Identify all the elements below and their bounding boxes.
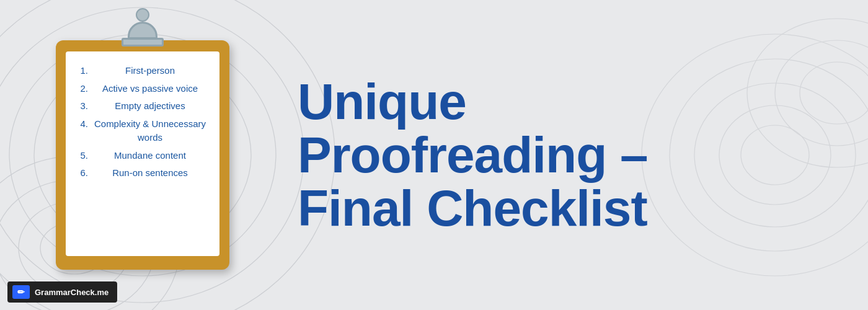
item-number: 4. (76, 117, 88, 131)
list-item: 1. First-person (76, 64, 210, 78)
title-line3: Final Checklist (298, 180, 647, 236)
clip-arch (128, 22, 157, 39)
checklist: 1. First-person 2. Active vs passive voi… (76, 64, 210, 180)
list-item: 4. Complexity & Unnecessary words (76, 117, 210, 145)
list-item: 2. Active vs passive voice (76, 82, 210, 96)
clipboard-clip (124, 22, 161, 46)
item-number: 6. (76, 166, 88, 180)
brand-icon: ✏ (12, 285, 30, 299)
brand-name: GrammarCheck.me (35, 288, 108, 297)
list-item: 5. Mundane content (76, 149, 210, 163)
list-item: 6. Run-on sentences (76, 166, 210, 180)
main-title: Unique Proofreading – Final Checklist (298, 75, 831, 235)
main-content: 1. First-person 2. Active vs passive voi… (0, 28, 868, 282)
brand-badge: ✏ GrammarCheck.me (7, 281, 117, 303)
clipboard: 1. First-person 2. Active vs passive voi… (56, 40, 229, 270)
list-item: 3. Empty adjectives (76, 99, 210, 113)
item-text: Run-on sentences (91, 166, 210, 180)
title-area: Unique Proofreading – Final Checklist (285, 75, 831, 235)
title-line1: Unique (298, 73, 466, 130)
clip-bar (122, 38, 164, 46)
title-line2: Proofreading – (298, 126, 648, 183)
item-number: 1. (76, 64, 88, 78)
item-text: Active vs passive voice (91, 82, 210, 96)
item-text: Empty adjectives (91, 99, 210, 113)
clipboard-area: 1. First-person 2. Active vs passive voi… (37, 40, 248, 270)
clipboard-paper: 1. First-person 2. Active vs passive voi… (66, 51, 219, 256)
item-number: 3. (76, 99, 88, 113)
item-text: Complexity & Unnecessary words (91, 117, 210, 145)
person-head (136, 8, 149, 22)
item-text: Mundane content (91, 149, 210, 163)
item-number: 5. (76, 149, 88, 163)
item-number: 2. (76, 82, 88, 96)
item-text: First-person (91, 64, 210, 78)
